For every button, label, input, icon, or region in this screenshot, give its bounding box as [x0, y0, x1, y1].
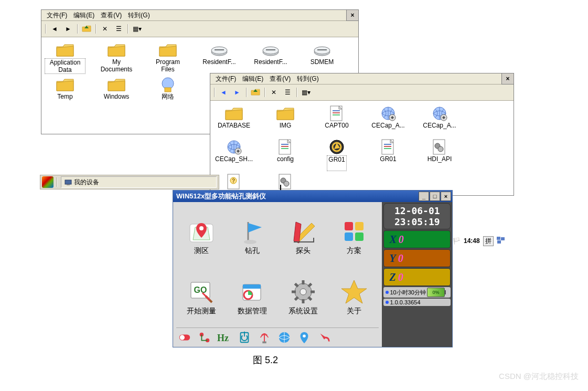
file-item[interactable]: GR01 [368, 139, 409, 171]
file-item[interactable]: CECap_A... [368, 105, 409, 136]
tool-switch[interactable] [177, 330, 192, 345]
svg-text:Hz: Hz [217, 333, 229, 343]
system-tray: 🏳️ 14:48 拼 [453, 235, 505, 247]
tray-windows-icon[interactable] [497, 237, 505, 246]
svg-rect-22 [497, 237, 500, 240]
tray-flag-icon[interactable]: 🏳️ [453, 237, 461, 245]
delete-button[interactable]: ✕ [99, 23, 111, 35]
file-item[interactable]: CECap_SH... [213, 139, 254, 171]
file-item[interactable]: IMG [265, 105, 306, 136]
file-item[interactable]: GR01 [316, 139, 357, 171]
menu-file[interactable]: 文件(F) [44, 10, 70, 21]
tray-time: 14:48 [464, 237, 480, 245]
file-label: Temp [56, 93, 73, 108]
file-label: Program Files [147, 58, 188, 73]
app-cell-db[interactable]: 数据管理 [227, 267, 277, 327]
tool-connect[interactable] [197, 330, 212, 345]
file-item[interactable]: CECap_A... [419, 105, 460, 136]
file-item[interactable]: ResidentF... [250, 41, 291, 74]
file-label: Windows [103, 93, 131, 108]
side-panel: 12-06-01 23:05:19 X0Y0Z0 10小时30分钟 0% 1.0… [382, 202, 452, 347]
app-cell-pin[interactable]: 测区 [176, 206, 226, 266]
menubar: 文件(F) 编辑(E) 查看(V) 转到(G) × [41, 10, 358, 21]
start-button[interactable] [42, 176, 54, 188]
app-cell-gear[interactable]: 系统设置 [278, 267, 328, 327]
app-cell-palette[interactable]: 方案 [329, 206, 379, 266]
axis-y: Y0 [383, 249, 451, 267]
menu-goto[interactable]: 转到(G) [125, 10, 153, 21]
file-item[interactable]: ResidentF... [199, 41, 240, 74]
svg-line-51 [308, 284, 312, 287]
tool-gps[interactable] [297, 330, 312, 345]
status-runtime: 10小时30分钟 0% [383, 287, 451, 298]
clock-display: 12-06-01 23:05:19 [383, 203, 451, 229]
file-item[interactable]: 网络 [147, 76, 188, 108]
flag-icon [238, 217, 267, 246]
tool-power[interactable] [237, 330, 252, 345]
main-grid: 测区钻孔探头方案GO开始测量数据管理系统设置关于Hz [173, 202, 382, 347]
app-cell-ruler[interactable]: 探头 [278, 206, 328, 266]
app-cell-flag[interactable]: 钻孔 [227, 206, 277, 266]
views-button[interactable]: ▦▾ [300, 86, 312, 99]
gear-icon [288, 277, 318, 307]
maximize-button[interactable]: □ [430, 192, 440, 201]
forward-button[interactable]: ► [62, 23, 74, 35]
task-button-mydevices[interactable]: 我的设备 [61, 176, 217, 188]
file-label: 网络 [161, 93, 175, 108]
file-item[interactable]: Windows [96, 76, 137, 108]
file-item[interactable]: DATABASE [213, 105, 254, 136]
tool-antenna[interactable] [257, 330, 272, 345]
cell-label: 测区 [194, 246, 209, 256]
file-item[interactable]: CAPT00 [316, 105, 357, 136]
menu-edit[interactable]: 编辑(E) [70, 10, 98, 21]
explorer-window-2: 文件(F) 编辑(E) 查看(V) 转到(G) × ◄ ► ✕ ☰ ▦▾ DAT… [210, 73, 514, 196]
clock-time: 23:05:19 [384, 216, 450, 227]
file-item[interactable]: My Documents [96, 41, 137, 74]
file-label: config [276, 155, 295, 170]
svg-rect-40 [243, 284, 261, 289]
file-item[interactable]: Temp [45, 76, 85, 108]
menu-file[interactable]: 文件(F) [212, 73, 239, 84]
app-cell-star[interactable]: 关于 [329, 267, 379, 327]
figure-caption: 图 5.2 [253, 354, 278, 366]
file-item[interactable]: SDMEM [302, 41, 343, 74]
up-button[interactable] [249, 86, 262, 99]
minimize-button[interactable]: _ [419, 192, 429, 201]
tool-globe[interactable] [277, 330, 292, 345]
file-label: DATABASE [217, 122, 251, 136]
delete-button[interactable]: ✕ [268, 86, 280, 99]
ime-indicator[interactable]: 拼 [483, 236, 494, 246]
file-label: CAPT00 [324, 122, 349, 136]
properties-button[interactable]: ☰ [281, 86, 294, 99]
battery-icon: 0% [427, 288, 445, 297]
menu-edit[interactable]: 编辑(E) [239, 73, 266, 84]
file-item[interactable]: HDI_API [419, 139, 460, 171]
app-cell-go[interactable]: GO开始测量 [176, 267, 226, 327]
app-titlebar: WIN512x型多功能钻孔测斜仪 _ □ × [173, 191, 452, 202]
close-button[interactable]: × [501, 73, 514, 84]
views-button[interactable]: ▦▾ [131, 23, 143, 35]
up-button[interactable] [80, 23, 93, 35]
file-item[interactable]: Application Data [45, 41, 85, 74]
file-item[interactable]: config [265, 139, 306, 171]
cell-label: 开始测量 [187, 307, 216, 316]
forward-button[interactable]: ► [231, 86, 243, 99]
close-button[interactable]: × [441, 192, 451, 201]
menubar: 文件(F) 编辑(E) 查看(V) 转到(G) × [210, 73, 514, 84]
file-label: SDMEM [309, 58, 335, 73]
svg-rect-61 [262, 341, 266, 343]
properties-button[interactable]: ☰ [112, 23, 125, 35]
file-item[interactable]: Program Files [147, 41, 188, 74]
menu-goto[interactable]: 转到(G) [294, 73, 322, 84]
menu-view[interactable]: 查看(V) [98, 10, 125, 21]
close-button[interactable]: × [346, 9, 359, 21]
svg-point-30 [244, 240, 256, 244]
menu-view[interactable]: 查看(V) [266, 73, 294, 84]
tool-hz[interactable]: Hz [217, 330, 232, 345]
toolbar: ◄ ► ✕ ☰ ▦▾ [41, 21, 358, 37]
back-button[interactable]: ◄ [217, 86, 230, 99]
tool-hair[interactable] [317, 330, 332, 345]
palette-icon [339, 217, 369, 246]
icon-view[interactable]: DATABASEIMGCAPT00CECap_A...CECap_A...CEC… [210, 101, 514, 195]
back-button[interactable]: ◄ [48, 23, 61, 35]
